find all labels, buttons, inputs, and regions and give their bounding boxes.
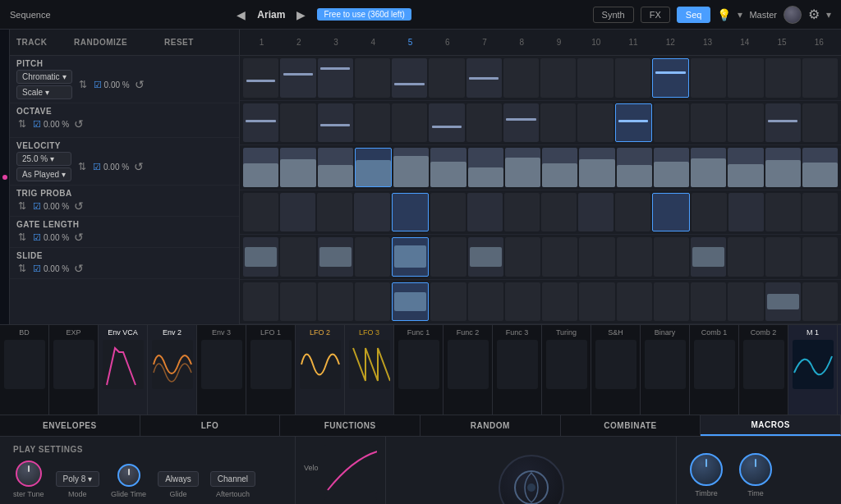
mod-bd[interactable]: BD: [0, 325, 49, 415]
grid-cell[interactable]: [617, 237, 652, 277]
pitch-arrows-btn[interactable]: ⇅: [77, 79, 89, 90]
grid-cell[interactable]: [542, 148, 577, 187]
grid-cell[interactable]: [579, 148, 614, 187]
grid-cell[interactable]: [393, 148, 429, 187]
tab-macros[interactable]: MACROS: [701, 415, 841, 436]
master-tune-knob[interactable]: [16, 460, 42, 487]
mod-env-vca[interactable]: Env VCA: [99, 325, 148, 415]
mod-turing[interactable]: Turing: [542, 325, 591, 415]
mod-lfo1[interactable]: LFO 1: [246, 325, 296, 415]
scale-dropdown[interactable]: Scale ▾: [16, 85, 72, 99]
tab-combinate[interactable]: COMBINATE: [561, 415, 701, 436]
grid-cell[interactable]: [654, 282, 689, 322]
grid-cell[interactable]: [503, 103, 539, 143]
grid-cell[interactable]: [466, 103, 502, 143]
grid-cell[interactable]: [466, 58, 502, 98]
grid-cell[interactable]: [430, 282, 466, 322]
grid-cell[interactable]: [615, 103, 652, 143]
pitch-reset-btn[interactable]: ↺: [135, 78, 145, 91]
grid-cell[interactable]: [468, 282, 503, 322]
grid-cell[interactable]: [243, 237, 278, 277]
grid-cell[interactable]: [503, 58, 539, 98]
octave-reset-btn[interactable]: ↺: [74, 117, 84, 131]
grid-cell[interactable]: [765, 103, 801, 143]
grid-cell[interactable]: [691, 282, 726, 322]
grid-cell[interactable]: [728, 58, 763, 98]
grid-cell[interactable]: [728, 237, 763, 277]
velocity-checkbox-icon[interactable]: ☑: [93, 162, 101, 172]
grid-cell[interactable]: [317, 193, 352, 232]
grid-cell[interactable]: [540, 58, 576, 98]
next-preset-button[interactable]: ▶: [292, 7, 310, 23]
grid-cell[interactable]: [579, 282, 614, 322]
grid-cell[interactable]: [617, 282, 652, 322]
grid-cell[interactable]: [691, 148, 726, 187]
grid-cell[interactable]: [577, 103, 613, 143]
grid-cell[interactable]: [429, 58, 464, 98]
grid-cell[interactable]: [617, 148, 652, 187]
octave-checkbox-icon[interactable]: ☑: [33, 119, 41, 130]
grid-cell[interactable]: [579, 237, 614, 277]
grid-cell[interactable]: [578, 193, 614, 232]
mode-dropdown[interactable]: Poly 8 ▾: [56, 471, 100, 487]
pitch-checkbox-icon[interactable]: ☑: [94, 80, 102, 90]
mod-m2[interactable]: M 2: [838, 325, 841, 415]
mod-binary[interactable]: Binary: [641, 325, 690, 415]
trig-reset-btn[interactable]: ↺: [74, 199, 84, 213]
grid-cell[interactable]: [468, 148, 503, 187]
grid-cell[interactable]: [765, 193, 801, 232]
grid-cell[interactable]: [280, 103, 315, 143]
grid-cell[interactable]: [468, 237, 503, 277]
grid-cell[interactable]: [765, 58, 801, 98]
tab-envelopes[interactable]: ENVELOPES: [0, 415, 140, 436]
grid-cell[interactable]: [802, 58, 838, 98]
mod-comb1[interactable]: Comb 1: [690, 325, 739, 415]
grid-cell[interactable]: [280, 148, 315, 187]
tab-random[interactable]: RANDOM: [420, 415, 561, 436]
grid-cell[interactable]: [765, 282, 801, 322]
gate-checkbox-icon[interactable]: ☑: [33, 232, 41, 243]
grid-cell[interactable]: [505, 148, 540, 187]
grid-cell[interactable]: [243, 148, 278, 187]
grid-cell[interactable]: [765, 148, 801, 187]
grid-cell[interactable]: [355, 103, 390, 143]
grid-cell[interactable]: [505, 237, 540, 277]
grid-cell[interactable]: [728, 282, 763, 322]
mod-lfo2[interactable]: LFO 2: [296, 325, 345, 415]
mod-func2[interactable]: Func 2: [443, 325, 493, 415]
grid-cell[interactable]: [692, 193, 727, 232]
grid-cell[interactable]: [243, 193, 278, 232]
gate-reset-btn[interactable]: ↺: [74, 231, 84, 244]
grid-cell[interactable]: [392, 103, 427, 143]
grid-cell[interactable]: [802, 148, 838, 187]
slide-arrows-btn[interactable]: ⇅: [16, 263, 28, 274]
grid-cell[interactable]: [505, 282, 540, 322]
grid-cell[interactable]: [654, 237, 689, 277]
grid-cell[interactable]: [802, 282, 838, 322]
grid-cell[interactable]: [504, 193, 540, 232]
grid-cell[interactable]: [430, 148, 466, 187]
tab-functions[interactable]: FUNCTIONS: [280, 415, 420, 436]
timbre-knob[interactable]: [690, 453, 723, 486]
grid-cell[interactable]: [615, 58, 650, 98]
grid-cell[interactable]: [243, 282, 278, 322]
velocity-reset-btn[interactable]: ↺: [134, 160, 144, 173]
mod-sh[interactable]: S&H: [591, 325, 641, 415]
grid-cell[interactable]: [355, 282, 390, 322]
mod-lfo3[interactable]: LFO 3: [345, 325, 394, 415]
slide-reset-btn[interactable]: ↺: [74, 262, 84, 275]
grid-cell[interactable]: [243, 103, 278, 143]
grid-cell[interactable]: [430, 237, 466, 277]
grid-cell[interactable]: [430, 193, 466, 232]
grid-cell[interactable]: [542, 282, 577, 322]
grid-cell[interactable]: [280, 237, 315, 277]
grid-cell[interactable]: [355, 237, 390, 277]
grid-cell[interactable]: [654, 148, 689, 187]
slide-checkbox-icon[interactable]: ☑: [33, 263, 41, 274]
synth-tab-button[interactable]: Synth: [593, 7, 634, 23]
grid-cell[interactable]: [728, 148, 763, 187]
grid-cell[interactable]: [392, 282, 429, 322]
grid-cell[interactable]: [802, 103, 838, 143]
trig-arrows-btn[interactable]: ⇅: [16, 200, 28, 212]
fx-tab-button[interactable]: FX: [641, 7, 670, 23]
